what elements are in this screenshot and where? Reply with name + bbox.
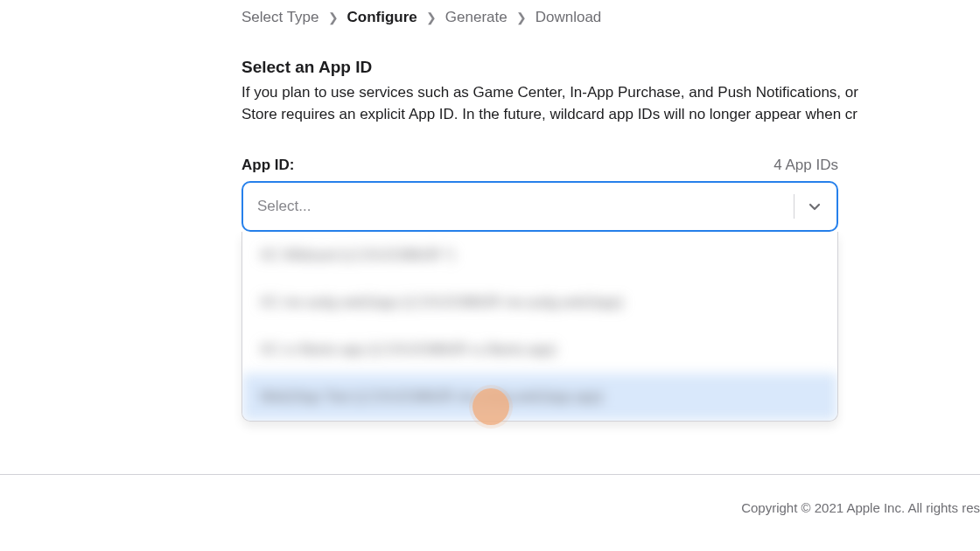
chevron-right-icon: ❯ xyxy=(328,10,339,24)
dropdown-option[interactable]: XC Wildcard (LCXXJCMMJR *) xyxy=(242,232,837,279)
section-title: Select an App ID xyxy=(242,58,980,77)
footer-divider xyxy=(0,474,980,475)
app-id-count: 4 App IDs xyxy=(774,157,838,174)
app-id-select[interactable]: Select... xyxy=(242,181,838,232)
app-id-label: App ID: xyxy=(242,157,294,174)
chevron-right-icon: ❯ xyxy=(426,10,437,24)
desc-line-1: If you plan to use services such as Game… xyxy=(242,84,858,101)
breadcrumb-step-download[interactable]: Download xyxy=(536,9,602,26)
app-id-dropdown: XC Wildcard (LCXXJCMMJR *) XC me autig w… xyxy=(242,232,838,422)
app-id-select-wrapper: Select... XC Wildcard (LCXXJCMMJR *) XC … xyxy=(242,181,838,232)
desc-line-2: Store requires an explicit App ID. In th… xyxy=(242,106,858,122)
dropdown-option[interactable]: XC me autig web2app (LCXXJCMMJR me.autig… xyxy=(242,279,837,326)
breadcrumb-step-select-type[interactable]: Select Type xyxy=(242,9,319,26)
chevron-down-icon xyxy=(807,199,822,214)
breadcrumb-step-configure[interactable]: Configure xyxy=(347,9,417,26)
section-description: If you plan to use services such as Game… xyxy=(242,82,980,125)
dropdown-option[interactable]: Web2App Test (LCXXJCMMJR me.autig.web2ap… xyxy=(242,373,837,421)
select-placeholder: Select... xyxy=(257,198,311,215)
breadcrumb: Select Type ❯ Configure ❯ Generate ❯ Dow… xyxy=(242,9,980,26)
breadcrumb-step-generate[interactable]: Generate xyxy=(445,9,508,26)
select-divider xyxy=(794,194,794,219)
dropdown-option[interactable]: XC ru filanto app (LCXXJCMMJR ru.filanto… xyxy=(242,326,837,373)
footer-copyright: Copyright © 2021 Apple Inc. All rights r… xyxy=(741,500,980,515)
chevron-right-icon: ❯ xyxy=(516,10,527,24)
